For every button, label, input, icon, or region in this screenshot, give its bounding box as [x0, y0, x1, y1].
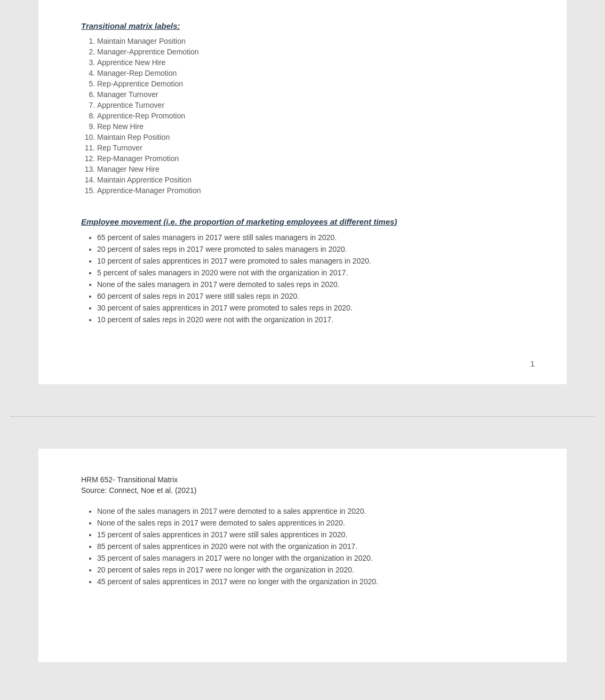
list-item: 5 percent of sales managers in 2020 were…: [97, 267, 524, 279]
list-item: 15 percent of sales apprentices in 2017 …: [97, 529, 524, 540]
list-item: Apprentice New Hire: [97, 57, 524, 68]
list-item: Maintain Manager Position: [97, 36, 524, 46]
list-item: 30 percent of sales apprentices in 2017 …: [97, 302, 524, 314]
list-item: None of the sales managers in 2017 were …: [97, 279, 524, 290]
list-item: 20 percent of sales reps in 2017 were pr…: [97, 243, 524, 255]
source-block: HRM 652- Transitional Matrix Source: Con…: [81, 475, 524, 495]
list-item: None of the sales managers in 2017 were …: [97, 505, 524, 517]
list-item: Maintain Apprentice Position: [97, 174, 524, 185]
page-1: Transitional matrix labels: Maintain Man…: [38, 0, 567, 384]
employee-movement-list: 65 percent of sales managers in 2017 wer…: [97, 232, 524, 325]
employee-movement-section: Employee movement (i.e. the proportion o…: [81, 217, 524, 325]
list-item: Rep New Hire: [97, 121, 524, 132]
list-item: Apprentice Turnover: [97, 100, 524, 110]
list-item: Rep-Apprentice Demotion: [97, 78, 524, 89]
list-item: 35 percent of sales managers in 2017 wer…: [97, 552, 524, 564]
list-item: Rep-Manager Promotion: [97, 153, 524, 164]
page2-bullet-list: None of the sales managers in 2017 were …: [97, 505, 524, 587]
source-line-2: Source: Connect, Noe et al. (2021): [81, 486, 524, 495]
list-item: Manager-Apprentice Demotion: [97, 46, 524, 57]
list-item: Manager New Hire: [97, 164, 524, 174]
numbered-list: Maintain Manager PositionManager-Apprent…: [97, 36, 524, 196]
page-number: 1: [530, 360, 535, 368]
list-item: Maintain Rep Position: [97, 132, 524, 142]
list-item: 10 percent of sales reps in 2020 were no…: [97, 314, 524, 325]
list-item: 45 percent of sales apprentices in 2017 …: [97, 576, 524, 587]
source-line-1: HRM 652- Transitional Matrix: [81, 475, 524, 484]
list-item: Apprentice-Manager Promotion: [97, 185, 524, 196]
list-item: Rep Turnover: [97, 142, 524, 153]
page-2: HRM 652- Transitional Matrix Source: Con…: [38, 449, 567, 662]
employee-movement-title: Employee movement (i.e. the proportion o…: [81, 217, 524, 226]
list-item: 20 percent of sales reps in 2017 were no…: [97, 564, 524, 576]
list-item: 85 percent of sales apprentices in 2020 …: [97, 540, 524, 552]
list-item: Manager-Rep Demotion: [97, 68, 524, 78]
transitional-matrix-title: Transitional matrix labels:: [81, 21, 524, 30]
transitional-matrix-section: Transitional matrix labels: Maintain Man…: [81, 21, 524, 196]
list-item: 60 percent of sales reps in 2017 were st…: [97, 290, 524, 302]
list-item: None of the sales reps in 2017 were demo…: [97, 517, 524, 529]
list-item: 10 percent of sales apprentices in 2017 …: [97, 255, 524, 267]
list-item: 65 percent of sales managers in 2017 wer…: [97, 232, 524, 243]
list-item: Manager Turnover: [97, 89, 524, 100]
list-item: Apprentice-Rep Promotion: [97, 110, 524, 121]
